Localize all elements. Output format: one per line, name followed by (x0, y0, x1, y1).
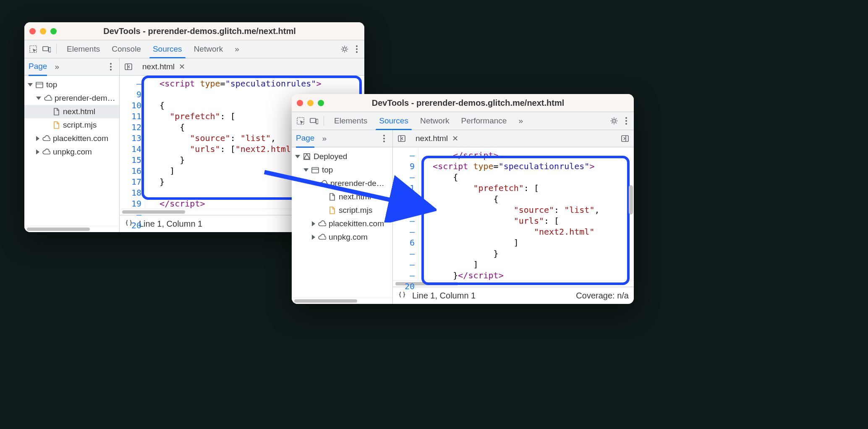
cloud-icon (44, 94, 52, 102)
kebab-icon[interactable] (380, 133, 388, 144)
window-title: DevTools - prerender-demos.glitch.me/nex… (328, 98, 629, 108)
doc-icon (52, 107, 60, 116)
tree-node-label: top (322, 165, 333, 175)
traffic-lights (29, 28, 57, 34)
file-tree: Deployedtopprerender-demos.glitch.menext… (292, 147, 392, 298)
scrollbar[interactable] (24, 226, 119, 232)
cursor-position: Line 1, Column 1 (412, 291, 476, 301)
tree-node[interactable]: top (24, 78, 119, 92)
titlebar: DevTools - prerender-demos.glitch.me/nex… (24, 22, 364, 40)
tree-node-label: placekitten.com (53, 134, 108, 143)
gear-icon[interactable] (609, 115, 620, 126)
file-tab[interactable]: next.html ✕ (139, 58, 188, 75)
zoom-icon[interactable] (50, 28, 57, 34)
chevron-down-icon[interactable] (36, 97, 41, 100)
panel-toggle-icon[interactable] (123, 61, 134, 72)
tree-node-label: prerender-demos.glitch.me (55, 94, 117, 103)
chevron-down-icon[interactable] (28, 83, 33, 86)
gear-icon[interactable] (339, 44, 350, 55)
chevron-right-icon[interactable] (36, 136, 39, 141)
tab-console[interactable]: Console (106, 40, 147, 58)
tree-node-label: top (46, 80, 57, 89)
code-editor[interactable]: –9–1–3––6–––20 </script> <script type="s… (393, 147, 634, 280)
tree-node-label: unpkg.com (53, 147, 92, 157)
tree-node-label: Deployed (314, 152, 347, 161)
tree-node[interactable]: script.mjs (292, 204, 392, 217)
vertical-scrollbar[interactable] (629, 185, 633, 214)
cloud-icon (42, 134, 50, 143)
tab-network[interactable]: Network (188, 40, 229, 58)
separator (324, 116, 324, 126)
more-icon[interactable]: » (319, 134, 330, 143)
panel-toggle-icon[interactable] (396, 133, 407, 144)
tree-node-label: prerender-demos.glitch.me (330, 179, 390, 188)
page-tab[interactable]: Page (29, 62, 47, 72)
tab-network[interactable]: Network (414, 112, 455, 130)
file-tab-label: next.html (142, 62, 175, 71)
chevron-down-icon[interactable] (312, 182, 317, 185)
more-icon[interactable]: » (51, 62, 63, 71)
code: </script> <script type="speculationrules… (418, 147, 634, 280)
minimize-icon[interactable] (307, 100, 314, 106)
chevron-right-icon[interactable] (312, 235, 315, 240)
gutter: –9–1–3––6–––20 (393, 147, 418, 280)
file-tab-label: next.html (416, 134, 448, 143)
cursor-position: Line 1, Column 1 (139, 219, 202, 229)
sidebar-tabs: Page » (292, 130, 392, 147)
tab-sources[interactable]: Sources (147, 40, 188, 58)
tree-node[interactable]: Deployed (292, 150, 392, 163)
tree-node[interactable]: unpkg.com (24, 145, 119, 159)
tree-node-label: next.html (63, 107, 95, 116)
tree-node[interactable]: top (292, 163, 392, 177)
more-tabs-icon[interactable]: » (231, 44, 243, 54)
panel-right-icon[interactable] (620, 133, 630, 144)
kebab-icon[interactable] (107, 62, 115, 72)
chevron-right-icon[interactable] (312, 221, 315, 226)
close-icon[interactable] (297, 100, 303, 106)
file-tab[interactable]: next.html ✕ (412, 130, 462, 147)
coverage-label: Coverage: n/a (576, 291, 629, 301)
chevron-down-icon[interactable] (303, 168, 309, 172)
kebab-icon[interactable] (622, 116, 630, 126)
zoom-icon[interactable] (318, 100, 324, 106)
inspect-icon[interactable] (28, 44, 39, 55)
separator (56, 44, 57, 54)
close-icon[interactable] (29, 28, 36, 34)
tab-elements[interactable]: Elements (328, 112, 373, 130)
main-toolbar: ElementsSourcesNetworkPerformance » (292, 112, 634, 130)
doc-icon (328, 193, 336, 201)
tree-node[interactable]: prerender-demos.glitch.me (24, 92, 119, 105)
tree-node-label: next.html (339, 192, 371, 201)
device-icon[interactable] (41, 44, 52, 55)
tab-sources[interactable]: Sources (373, 112, 414, 130)
status-bar: Line 1, Column 1 Coverage: n/a (393, 287, 634, 304)
tree-node[interactable]: next.html (292, 190, 392, 204)
navigator-sidebar: Page » Deployedtopprerender-demos.glitch… (292, 130, 393, 304)
tab-elements[interactable]: Elements (61, 40, 106, 58)
tree-node[interactable]: next.html (24, 105, 119, 118)
window-title: DevTools - prerender-demos.glitch.me/nex… (61, 26, 359, 36)
cloud-icon (318, 220, 326, 228)
scrollbar[interactable] (292, 298, 392, 304)
deploy-icon (303, 152, 311, 161)
gutter: –910111213141516171819–20 (120, 76, 145, 209)
tree-node[interactable]: placekitten.com (292, 217, 392, 230)
tree-node[interactable]: script.mjs (24, 118, 119, 132)
inspect-icon[interactable] (295, 115, 306, 126)
kebab-icon[interactable] (353, 44, 361, 54)
chevron-right-icon[interactable] (36, 149, 39, 154)
tree-node[interactable]: placekitten.com (24, 132, 119, 145)
titlebar: DevTools - prerender-demos.glitch.me/nex… (292, 94, 634, 112)
close-tab-icon[interactable]: ✕ (179, 62, 185, 71)
page-tab[interactable]: Page (296, 133, 314, 144)
tab-performance[interactable]: Performance (455, 112, 513, 130)
device-icon[interactable] (309, 115, 319, 126)
tree-node[interactable]: prerender-demos.glitch.me (292, 177, 392, 190)
minimize-icon[interactable] (40, 28, 46, 34)
close-tab-icon[interactable]: ✕ (452, 134, 458, 143)
chevron-down-icon[interactable] (295, 155, 300, 158)
more-tabs-icon[interactable]: » (515, 116, 526, 126)
tree-node[interactable]: unpkg.com (292, 230, 392, 244)
pretty-print-icon[interactable] (398, 290, 406, 301)
scrollbar[interactable] (393, 280, 634, 287)
